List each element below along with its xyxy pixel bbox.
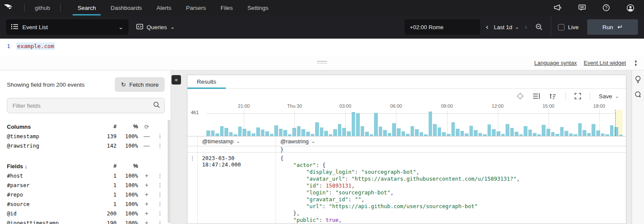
histogram-bar[interactable]	[573, 134, 577, 136]
histogram-bar[interactable]	[578, 123, 582, 136]
histogram-bar[interactable]	[283, 130, 287, 136]
histogram-bar[interactable]	[320, 127, 324, 136]
histogram-bar[interactable]	[415, 129, 419, 136]
histogram-bar[interactable]	[392, 123, 396, 136]
queries-menu-button[interactable]: Queries ⌄	[136, 24, 175, 31]
histogram-bar[interactable]	[379, 127, 383, 136]
field-menu-button[interactable]: ⋮	[155, 142, 165, 149]
histogram-bar[interactable]	[224, 128, 228, 136]
nav-search[interactable]: Search	[70, 0, 103, 15]
time-range-select[interactable]: Last 1d ⌄	[494, 24, 519, 30]
histogram-bar[interactable]	[215, 133, 219, 136]
histogram-bar[interactable]	[251, 133, 255, 136]
add-column-button[interactable]: +	[138, 182, 155, 188]
histogram-bar[interactable]	[447, 134, 451, 136]
sort-ascending-icon[interactable]	[549, 93, 557, 100]
nav-parsers[interactable]: Parsers	[179, 0, 214, 15]
event-histogram[interactable]: 461 21:00Thu 3003:0006:0009:0012:0015:00…	[206, 103, 623, 136]
histogram-bar[interactable]	[261, 130, 265, 136]
query-editor[interactable]: 1example.com	[0, 39, 644, 56]
column-header-timestamp[interactable]: @timestamp ⌄	[198, 136, 276, 146]
histogram-bar[interactable]	[356, 113, 360, 136]
histogram-bar[interactable]	[524, 126, 527, 136]
histogram-bar[interactable]	[601, 133, 605, 136]
histogram-bar[interactable]	[315, 122, 319, 136]
nav-files[interactable]: Files	[213, 0, 240, 15]
histogram-bar[interactable]	[374, 113, 378, 136]
field-menu-button[interactable]: ⋮	[155, 201, 165, 207]
histogram-bar[interactable]	[460, 131, 464, 136]
histogram-bar[interactable]	[596, 130, 600, 136]
event-list-widget-link[interactable]: Event List widget	[584, 60, 626, 66]
histogram-bar[interactable]	[288, 134, 292, 136]
histogram-bar[interactable]	[229, 132, 233, 136]
histogram-bar[interactable]	[338, 124, 342, 136]
field-row[interactable]: @rawstring 142 100% — ⋮	[7, 141, 165, 150]
sort-descending-icon[interactable]: ↓	[25, 163, 28, 170]
histogram-bar[interactable]	[592, 124, 595, 136]
row-density-icon[interactable]	[533, 93, 540, 100]
language-syntax-link[interactable]: Language syntax	[534, 60, 577, 66]
histogram-bar[interactable]	[329, 134, 333, 136]
add-column-button[interactable]: +	[138, 210, 155, 217]
histogram-bar[interactable]	[242, 129, 246, 136]
resize-drag-handle[interactable]	[317, 61, 327, 65]
histogram-bar[interactable]	[438, 127, 442, 136]
repo-name[interactable]: github	[29, 5, 56, 11]
histogram-bar[interactable]	[397, 128, 401, 136]
field-menu-button[interactable]: ⋮	[155, 220, 165, 224]
time-forward-button[interactable]: ›	[519, 23, 533, 31]
histogram-bar[interactable]	[292, 128, 296, 136]
histogram-bar[interactable]	[488, 124, 491, 136]
fields-panel-scrollbar[interactable]	[168, 120, 170, 223]
histogram-bar[interactable]	[519, 134, 523, 136]
histogram-bar[interactable]	[406, 134, 410, 136]
histogram-bar[interactable]	[569, 133, 573, 136]
crowdstrike-falcon-logo[interactable]	[0, 3, 20, 12]
add-column-button[interactable]: +	[138, 191, 155, 198]
histogram-bar[interactable]	[402, 131, 405, 136]
histogram-bar[interactable]	[279, 129, 283, 136]
field-row[interactable]: @ingesttimestamp 190 100% + ⋮	[7, 218, 165, 224]
histogram-bar[interactable]	[583, 130, 586, 136]
histogram-bar[interactable]	[429, 112, 432, 136]
histogram-bar[interactable]	[555, 134, 559, 136]
histogram-bar[interactable]	[352, 112, 356, 136]
lightbulb-icon[interactable]	[635, 76, 641, 83]
histogram-bar[interactable]	[333, 129, 337, 136]
zoom-out-time-icon[interactable]	[533, 23, 546, 31]
histogram-bar[interactable]	[528, 130, 532, 136]
histogram-bar[interactable]	[587, 133, 591, 136]
time-back-button[interactable]: ‹	[480, 23, 494, 31]
histogram-bar[interactable]	[256, 127, 260, 136]
field-row[interactable]: #repo 1 100% + ⋮	[7, 190, 165, 199]
histogram-bar[interactable]	[510, 128, 514, 136]
histogram-bar[interactable]	[542, 125, 546, 136]
histogram-bar[interactable]	[383, 130, 387, 136]
tab-results[interactable]: Results	[187, 75, 226, 88]
histogram-bar[interactable]	[365, 132, 369, 136]
histogram-bar[interactable]	[420, 132, 423, 136]
histogram-bar[interactable]	[433, 124, 437, 136]
histogram-bar[interactable]	[247, 131, 251, 136]
remove-column-button[interactable]: —	[138, 142, 155, 149]
query-text[interactable]: example.com	[16, 42, 55, 50]
histogram-bar[interactable]	[478, 133, 482, 136]
histogram-bar[interactable]	[560, 127, 564, 136]
field-row[interactable]: #source 1 100% + ⋮	[7, 199, 165, 209]
add-column-button[interactable]: +	[138, 219, 155, 224]
widget-type-select[interactable]: Event List ⌄	[6, 19, 129, 35]
histogram-bar[interactable]	[411, 126, 414, 136]
histogram-bar[interactable]	[206, 130, 210, 136]
inspect-search-icon[interactable]	[635, 91, 642, 98]
histogram-bar[interactable]	[610, 125, 614, 136]
histogram-bar[interactable]	[370, 134, 374, 136]
histogram-bar[interactable]	[311, 134, 315, 136]
nav-dashboards[interactable]: Dashboards	[103, 0, 149, 15]
histogram-bar[interactable]	[361, 126, 365, 136]
live-checkbox[interactable]	[558, 24, 564, 30]
histogram-bar[interactable]	[456, 129, 460, 136]
histogram-bar[interactable]	[483, 134, 487, 136]
field-menu-button[interactable]: ⋮	[155, 191, 165, 198]
histogram-bar[interactable]	[211, 130, 215, 136]
